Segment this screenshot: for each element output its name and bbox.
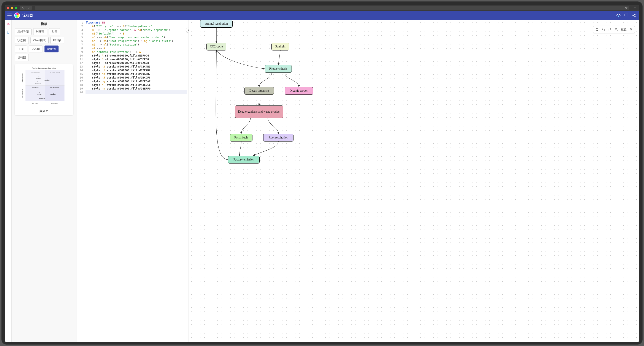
svg-text:Campaign D: Campaign D	[50, 94, 56, 95]
app-root: 流程图 模板 思维导图时序图类图状	[5, 11, 322, 173]
diagram-node[interactable]: Sunlight	[272, 43, 289, 50]
nav-buttons	[20, 5, 32, 10]
svg-point-26	[42, 97, 42, 97]
address-bar[interactable]: ⟳	[35, 5, 322, 10]
sidebar-title: 模板	[15, 22, 73, 26]
template-button[interactable]: 时间轴	[50, 37, 64, 44]
svg-text:High Engagement: High Engagement	[22, 73, 23, 82]
svg-text:Reach and engagement of campai: Reach and engagement of campaigns	[32, 67, 56, 69]
minimize-window-icon[interactable]	[11, 7, 13, 9]
browser-titlebar: ⟳ +	[5, 5, 322, 11]
template-button[interactable]: 类图	[49, 28, 60, 35]
svg-rect-9	[45, 70, 64, 86]
browser-frame: ⟳ + 流程图	[2, 2, 322, 173]
diagram-node[interactable]: Animal respiration	[200, 20, 232, 28]
forward-button[interactable]	[26, 5, 32, 10]
svg-point-6	[8, 33, 9, 34]
left-rail	[5, 20, 12, 173]
svg-text:High Reach: High Reach	[52, 102, 58, 104]
template-grid: 思维导图时序图类图状态图Chart图表时间轴ER图架构图象限图甘特图	[15, 28, 73, 61]
app-title: 流程图	[22, 13, 33, 18]
diagram-node[interactable]: Photosynthesis	[265, 65, 292, 73]
diagram-canvas[interactable]: 重置 Animal respirationCO2 cycleSunlightPh…	[189, 20, 322, 173]
diagram-node[interactable]: Root respiration	[263, 134, 294, 142]
template-button[interactable]: ER图	[15, 45, 27, 52]
settings-tab-icon[interactable]	[6, 31, 10, 35]
template-button[interactable]: 时序图	[33, 28, 47, 35]
svg-text:We should expand: We should expand	[50, 71, 60, 73]
template-button[interactable]: 象限图	[44, 45, 58, 52]
diagram-node[interactable]: Decay organism	[244, 87, 274, 95]
svg-text:Campaign C: Campaign C	[44, 80, 50, 81]
templates-tab-icon[interactable]	[6, 22, 10, 26]
preview-label: 象限图	[17, 109, 71, 113]
preview-quadrant-chart: Reach and engagement of campaigns Need t…	[17, 66, 71, 107]
svg-text:Low Reach: Low Reach	[32, 102, 38, 104]
app-body: 模板 思维导图时序图类图状态图Chart图表时间轴ER图架构图象限图甘特图 Re…	[5, 20, 322, 173]
svg-point-18	[38, 77, 39, 77]
app-header: 流程图	[5, 11, 322, 20]
svg-point-5	[7, 32, 8, 32]
back-button[interactable]	[20, 5, 26, 10]
code-content[interactable]: flowchart TB A("CO2 cycle") --> B("Photo…	[84, 20, 188, 173]
svg-point-22	[47, 79, 47, 80]
template-button[interactable]: Chart图表	[30, 37, 48, 44]
template-preview-card[interactable]: Reach and engagement of campaigns Need t…	[15, 64, 73, 115]
menu-icon[interactable]	[7, 13, 12, 17]
diagram-node[interactable]: Factory emission	[228, 156, 260, 164]
diagram-node[interactable]: CO2 cycle	[206, 43, 226, 50]
maximize-window-icon[interactable]	[15, 7, 17, 9]
svg-text:Re-evaluate: Re-evaluate	[32, 87, 38, 88]
template-button[interactable]: 状态图	[15, 37, 29, 44]
close-window-icon[interactable]	[7, 7, 9, 9]
svg-text:Campaign B: Campaign B	[39, 98, 45, 99]
template-button[interactable]: 甘特图	[15, 54, 29, 61]
svg-text:Campaign A: Campaign A	[35, 83, 41, 84]
svg-text:Campaign E: Campaign E	[37, 94, 42, 95]
svg-point-28	[53, 93, 54, 94]
code-editor[interactable]: 1234567891011121314151617181920 flowchar…	[76, 20, 189, 173]
svg-point-24	[39, 93, 40, 93]
line-gutter: 1234567891011121314151617181920	[76, 20, 84, 173]
window-controls	[7, 7, 17, 9]
diagram-node[interactable]: Fossil fuels	[230, 134, 252, 142]
svg-text:Need to promote: Need to promote	[30, 71, 40, 73]
svg-text:May be improved: May be improved	[50, 87, 60, 88]
app-logo-icon	[14, 12, 20, 18]
template-button[interactable]: 思维导图	[15, 28, 32, 35]
svg-point-20	[37, 81, 38, 82]
diagram-node[interactable]: Dead organisms and waste product	[235, 106, 283, 118]
template-button[interactable]: 架构图	[29, 45, 43, 52]
diagram-node[interactable]: Organic carbon	[285, 87, 313, 95]
template-sidebar: 模板 思维导图时序图类图状态图Chart图表时间轴ER图架构图象限图甘特图 Re…	[12, 20, 76, 173]
svg-rect-11	[45, 86, 64, 101]
svg-text:Low Engagement: Low Engagement	[22, 89, 23, 98]
svg-text:Campaign F: Campaign F	[36, 78, 42, 79]
